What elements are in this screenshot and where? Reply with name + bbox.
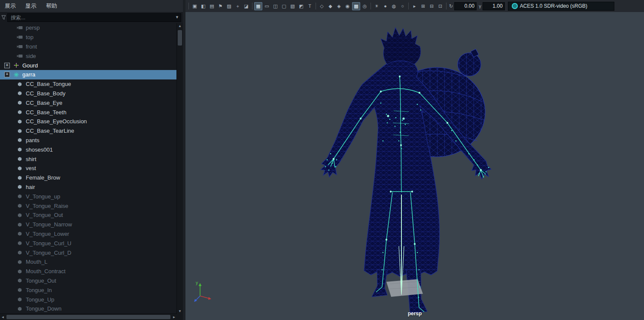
safe-title-icon[interactable]: T <box>306 2 314 10</box>
outliner-item-label: V_Tongue_Narrow <box>26 221 72 228</box>
expand-toggle[interactable]: + <box>4 63 10 68</box>
gate-mask-icon[interactable]: ▢ <box>280 2 288 10</box>
vertical-scroll-thumb[interactable] <box>178 30 182 46</box>
search-dropdown-arrow-icon[interactable]: ▼ <box>175 15 179 19</box>
scroll-right-arrow-icon[interactable]: ► <box>171 315 177 319</box>
use-default-material-icon[interactable]: ◉ <box>343 2 352 10</box>
menu-display[interactable]: 展示 <box>0 0 21 12</box>
bookmark-icon[interactable]: ⚑ <box>216 2 225 10</box>
mesh-icon <box>16 119 23 124</box>
outliner-item-label: Mouth_Contract <box>26 268 66 274</box>
mesh-icon <box>16 184 23 189</box>
textured-icon[interactable]: ◈ <box>335 2 343 10</box>
colorspace-dropdown[interactable]: ACES 1.0 SDR-video (sRGB) <box>508 2 614 11</box>
outliner-item-CC_Base_Teeth[interactable]: CC_Base_Teeth <box>0 107 177 117</box>
outliner-item-CC_Base_TearLine[interactable]: CC_Base_TearLine <box>0 126 177 136</box>
outliner-item-pants[interactable]: pants <box>0 136 177 145</box>
outliner-item-label: V_Tongue_Curl_D <box>26 250 71 256</box>
mesh-icon <box>16 194 23 199</box>
menu-help[interactable]: 帮助 <box>41 0 62 12</box>
outliner-item-label: Tongue_Out <box>26 277 56 284</box>
camera-icon <box>16 35 23 39</box>
outliner-item-shoses001[interactable]: shoses001 <box>0 145 177 154</box>
outliner-item-label: CC_Base_Eye <box>26 100 62 106</box>
outliner-item-V_Tongue_Narrow[interactable]: V_Tongue_Narrow <box>0 220 177 229</box>
mesh-icon <box>16 250 23 255</box>
outliner-item-Mouth_L[interactable]: Mouth_L <box>0 257 177 267</box>
isolate-select-icon[interactable]: ▸ <box>410 2 419 10</box>
outliner-item-persp[interactable]: persp <box>0 23 177 33</box>
wireframe-on-shaded-icon[interactable]: ▩ <box>352 2 360 10</box>
outliner-horizontal-scrollbar[interactable]: ◄ ► <box>0 314 177 320</box>
outliner-item-Female_Brow[interactable]: Female_Brow <box>0 173 177 183</box>
outliner-item-CC_Base_Body[interactable]: CC_Base_Body <box>0 89 177 98</box>
gamma-input[interactable] <box>483 2 505 10</box>
ambient-occlusion-icon[interactable]: ◍ <box>390 2 398 10</box>
outliner-item-Mouth_Contract[interactable]: Mouth_Contract <box>0 267 177 276</box>
character-wireframe[interactable] <box>185 12 644 320</box>
lighting-icon[interactable]: ☀ <box>373 2 381 10</box>
outliner-item-garra[interactable]: +garra <box>0 70 177 79</box>
snapshot-icon[interactable]: ⊡ <box>436 2 444 10</box>
anti-alias-icon[interactable]: ○ <box>398 2 407 10</box>
2d-pan-zoom-icon[interactable]: ＋ <box>234 2 242 10</box>
outliner-item-V_Tongue_Raise[interactable]: V_Tongue_Raise <box>0 201 177 210</box>
select-camera-icon[interactable]: ▣ <box>191 2 199 10</box>
grease-pencil-icon[interactable]: ◪ <box>242 2 250 10</box>
outliner-item-side[interactable]: side <box>0 51 177 61</box>
scroll-down-arrow-icon[interactable]: ▼ <box>177 308 183 314</box>
outliner-item-label: V_Tongue_Curl_U <box>26 240 71 247</box>
outliner-item-shirt[interactable]: shirt <box>0 154 177 164</box>
outliner-item-label: CC_Base_Teeth <box>26 109 67 116</box>
outliner-item-label: V_Tongue_Raise <box>26 203 68 209</box>
outliner-item-V_Tongue_Out[interactable]: V_Tongue_Out <box>0 210 177 220</box>
outliner-item-CC_Base_EyeOcclusion[interactable]: CC_Base_EyeOcclusion <box>0 117 177 126</box>
search-input[interactable] <box>7 13 181 22</box>
scroll-left-arrow-icon[interactable]: ◄ <box>0 315 6 319</box>
outliner-item-V_Tongue_Curl_D[interactable]: V_Tongue_Curl_D <box>0 248 177 257</box>
outliner-item-CC_Base_Tongue[interactable]: CC_Base_Tongue <box>0 79 177 89</box>
image-plane-icon[interactable]: ▨ <box>225 2 233 10</box>
safe-action-icon[interactable]: ◩ <box>297 2 305 10</box>
outliner-item-label: persp <box>26 24 40 31</box>
outliner-item-vest[interactable]: vest <box>0 164 177 173</box>
camera-attributes-icon[interactable]: ▤ <box>208 2 216 10</box>
lock-camera-icon[interactable]: ◧ <box>199 2 207 10</box>
outliner-tree: persptopfrontside+Gourd+garraCC_Base_Ton… <box>0 23 177 314</box>
outliner-menu-bar: 展示 显示 帮助 <box>0 0 183 12</box>
resolution-gate-icon[interactable]: ◫ <box>271 2 279 10</box>
outliner-item-Tongue_Out[interactable]: Tongue_Out <box>0 276 177 286</box>
viewport[interactable]: y persp <box>185 12 644 320</box>
outliner-item-CC_Base_Eye[interactable]: CC_Base_Eye <box>0 98 177 107</box>
outliner-item-top[interactable]: top <box>0 33 177 42</box>
field-chart-icon[interactable]: ▧ <box>289 2 297 10</box>
exposure-input[interactable] <box>454 2 477 10</box>
split-view-icon[interactable]: ⊟ <box>428 2 436 10</box>
outliner-item-front[interactable]: front <box>0 42 177 52</box>
outliner-item-V_Tongue_Lower[interactable]: V_Tongue_Lower <box>0 229 177 239</box>
scroll-up-arrow-icon[interactable]: ▲ <box>177 23 183 29</box>
menu-show[interactable]: 显示 <box>21 0 41 12</box>
grid-icon[interactable]: ▦ <box>254 2 262 10</box>
exposure-icon[interactable]: ↻ <box>449 3 453 9</box>
mesh-icon <box>16 306 23 311</box>
toolbar-separator <box>252 3 252 9</box>
outliner-item-Tongue_Up[interactable]: Tongue_Up <box>0 295 177 304</box>
smooth-shade-icon[interactable]: ◆ <box>326 2 334 10</box>
outliner-item-Tongue_In[interactable]: Tongue_In <box>0 285 177 295</box>
gamma-icon[interactable]: γ <box>479 3 481 9</box>
xray-icon[interactable]: ◎ <box>361 2 369 10</box>
wireframe-icon[interactable]: ◇ <box>318 2 326 10</box>
outliner-item-V_Tongue_Curl_U[interactable]: V_Tongue_Curl_U <box>0 238 177 248</box>
horizontal-scroll-thumb[interactable] <box>6 315 170 319</box>
outliner-item-Tongue_Down[interactable]: Tongue_Down <box>0 304 177 314</box>
pane-layout-icon[interactable]: ⊞ <box>419 2 427 10</box>
outliner-vertical-scrollbar[interactable]: ▲ ▼ <box>176 23 183 314</box>
shadows-icon[interactable]: ● <box>381 2 389 10</box>
search-filter-icon[interactable] <box>1 15 6 21</box>
outliner-item-Gourd[interactable]: +Gourd <box>0 61 177 70</box>
outliner-item-hair[interactable]: hair <box>0 183 177 192</box>
expand-toggle[interactable]: + <box>4 72 10 77</box>
outliner-item-V_Tongue_up[interactable]: V_Tongue_up <box>0 192 177 201</box>
film-gate-icon[interactable]: ▭ <box>263 2 271 10</box>
